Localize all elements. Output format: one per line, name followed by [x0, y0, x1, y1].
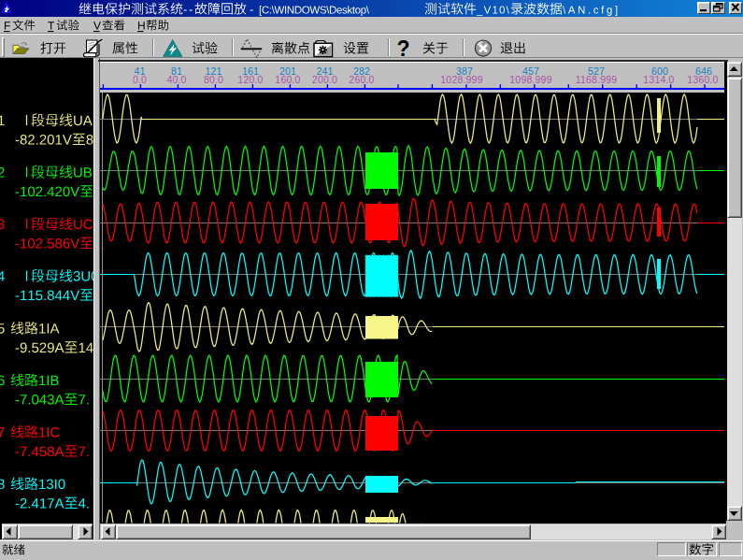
svg-text:?: ? — [397, 36, 410, 61]
